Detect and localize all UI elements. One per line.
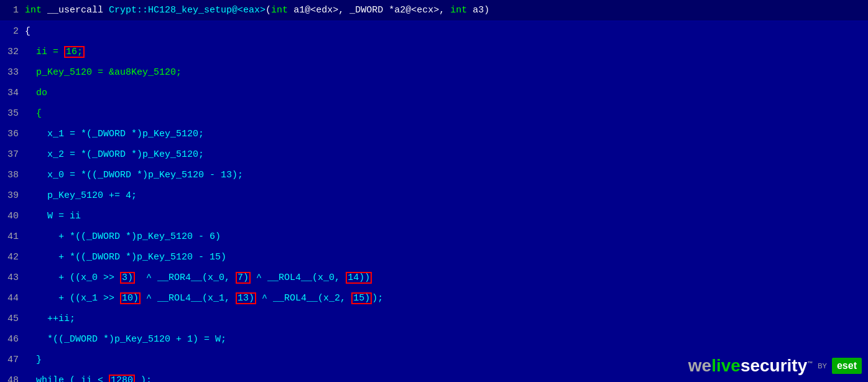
code-token: __usercall: [42, 5, 109, 16]
code-token: x_2 = *(_DWORD *)p_Key_5120;: [25, 149, 204, 160]
code-token: while ( ii <: [25, 375, 109, 382]
code-token: ii =: [25, 47, 64, 57]
logo-area: welivesecurity™ BY eset: [688, 356, 862, 376]
line-number-36: 36: [0, 124, 25, 144]
code-token: x_0 = *((_DWORD *)p_Key_5120 - 13);: [25, 170, 243, 180]
code-token: + ((x_1 >>: [25, 293, 120, 304]
code-token: *((_DWORD *)p_Key_5120 + 1) = W;: [25, 334, 226, 345]
code-line-32: 32 ii = 16;: [0, 42, 868, 62]
code-line-36: 36 x_1 = *(_DWORD *)p_Key_5120;: [0, 124, 868, 144]
code-line-45: 45 ++ii;: [0, 309, 868, 329]
we-text: we: [688, 356, 711, 375]
code-token: + *((_DWORD *)p_Key_5120 - 6): [25, 231, 221, 242]
line-number-39: 39: [0, 185, 25, 206]
code-line-41: 41 + *((_DWORD *)p_Key_5120 - 6): [0, 226, 868, 247]
code-line-37: 37 x_2 = *(_DWORD *)p_Key_5120;: [0, 144, 868, 165]
line-content-2: {: [25, 21, 868, 42]
line-content-42: + *((_DWORD *)p_Key_5120 - 15): [25, 247, 868, 268]
code-line-1: 1int __usercall Crypt::HC128_key_setup@<…: [0, 0, 868, 21]
code-line-33: 33 p_Key_5120 = &au8Key_5120;: [0, 62, 868, 83]
line-number-47: 47: [0, 350, 25, 370]
line-content-32: ii = 16;: [25, 42, 868, 62]
code-line-39: 39 p_Key_5120 += 4;: [0, 185, 868, 206]
code-token: int: [271, 5, 288, 16]
code-token: x_1 = *(_DWORD *)p_Key_5120;: [25, 129, 204, 139]
line-number-43: 43: [0, 268, 25, 288]
code-token: int: [25, 5, 42, 16]
security-text: security: [741, 356, 807, 375]
boxed-value: 10): [120, 292, 141, 304]
boxed-value: 16;: [64, 46, 85, 58]
by-label: BY: [818, 362, 827, 370]
code-line-46: 46 *((_DWORD *)p_Key_5120 + 1) = W;: [0, 329, 868, 350]
code-line-35: 35 {: [0, 103, 868, 124]
eset-badge: eset: [832, 358, 862, 374]
code-line-43: 43 + ((x_0 >> 3) ^ __ROR4__(x_0, 7) ^ __…: [0, 268, 868, 288]
line-number-1: 1: [0, 0, 25, 21]
code-token: a1@<edx>, _DWORD *a2@<ecx>,: [288, 5, 450, 16]
boxed-value: 3): [120, 272, 135, 284]
line-content-38: x_0 = *((_DWORD *)p_Key_5120 - 13);: [25, 165, 868, 185]
line-content-46: *((_DWORD *)p_Key_5120 + 1) = W;: [25, 329, 868, 350]
line-number-46: 46: [0, 329, 25, 350]
code-line-44: 44 + ((x_1 >> 10) ^ __ROL4__(x_1, 13) ^ …: [0, 288, 868, 309]
line-content-40: W = ii: [25, 206, 868, 226]
code-container: 1int __usercall Crypt::HC128_key_setup@<…: [0, 0, 868, 382]
code-token: ^ __ROL4__(x_1,: [141, 293, 236, 304]
code-token: ++ii;: [25, 314, 75, 324]
code-token: {: [25, 108, 42, 119]
code-token: ^ __ROL4__(x_2,: [256, 293, 351, 304]
code-token: Crypt::HC128_key_setup@<eax>: [109, 5, 265, 16]
boxed-value: 7): [236, 272, 251, 284]
line-content-36: x_1 = *(_DWORD *)p_Key_5120;: [25, 124, 868, 144]
line-content-35: {: [25, 103, 868, 124]
line-content-39: p_Key_5120 += 4;: [25, 185, 868, 206]
code-token: a3): [467, 5, 489, 16]
line-content-34: do: [25, 83, 868, 103]
code-line-40: 40 W = ii: [0, 206, 868, 226]
code-token: int: [450, 5, 467, 16]
line-content-43: + ((x_0 >> 3) ^ __ROR4__(x_0, 7) ^ __ROL…: [25, 268, 868, 288]
line-content-45: ++ii;: [25, 309, 868, 329]
line-number-2: 2: [0, 21, 25, 42]
code-line-2: 2{: [0, 21, 868, 42]
line-number-32: 32: [0, 42, 25, 62]
line-content-37: x_2 = *(_DWORD *)p_Key_5120;: [25, 144, 868, 165]
line-number-40: 40: [0, 206, 25, 226]
code-line-34: 34 do: [0, 83, 868, 103]
code-line-38: 38 x_0 = *((_DWORD *)p_Key_5120 - 13);: [0, 165, 868, 185]
line-number-34: 34: [0, 83, 25, 103]
boxed-value: 13): [236, 292, 256, 304]
code-token: ^ __ROR4__(x_0,: [135, 273, 236, 283]
line-number-35: 35: [0, 103, 25, 124]
code-token: );: [372, 293, 383, 304]
boxed-value: 15): [351, 292, 372, 304]
code-token: + ((x_0 >>: [25, 273, 120, 283]
code-token: do: [25, 88, 47, 98]
code-token: (: [265, 5, 271, 16]
code-token: }: [25, 355, 42, 365]
boxed-value: 14)): [346, 272, 372, 284]
boxed-value: 1280: [109, 375, 135, 382]
code-token: + *((_DWORD *)p_Key_5120 - 15): [25, 252, 226, 263]
code-token: p_Key_5120 += 4;: [25, 190, 137, 201]
line-number-38: 38: [0, 165, 25, 185]
code-line-42: 42 + *((_DWORD *)p_Key_5120 - 15): [0, 247, 868, 268]
line-number-48: 48: [0, 370, 25, 382]
line-content-33: p_Key_5120 = &au8Key_5120;: [25, 62, 868, 83]
line-number-42: 42: [0, 247, 25, 268]
line-content-44: + ((x_1 >> 10) ^ __ROL4__(x_1, 13) ^ __R…: [25, 288, 868, 309]
welivesecurity-logo: welivesecurity™: [688, 356, 813, 376]
code-token: );: [135, 375, 152, 382]
line-number-45: 45: [0, 309, 25, 329]
tm-symbol: ™: [807, 360, 813, 366]
line-content-1: int __usercall Crypt::HC128_key_setup@<e…: [25, 0, 868, 21]
line-content-41: + *((_DWORD *)p_Key_5120 - 6): [25, 226, 868, 247]
code-token: W = ii: [25, 211, 81, 221]
line-number-44: 44: [0, 288, 25, 309]
line-number-33: 33: [0, 62, 25, 83]
line-number-41: 41: [0, 226, 25, 247]
code-token: p_Key_5120 = &au8Key_5120;: [25, 67, 182, 78]
code-token: ^ __ROL4__(x_0,: [251, 273, 346, 283]
line-number-37: 37: [0, 144, 25, 165]
